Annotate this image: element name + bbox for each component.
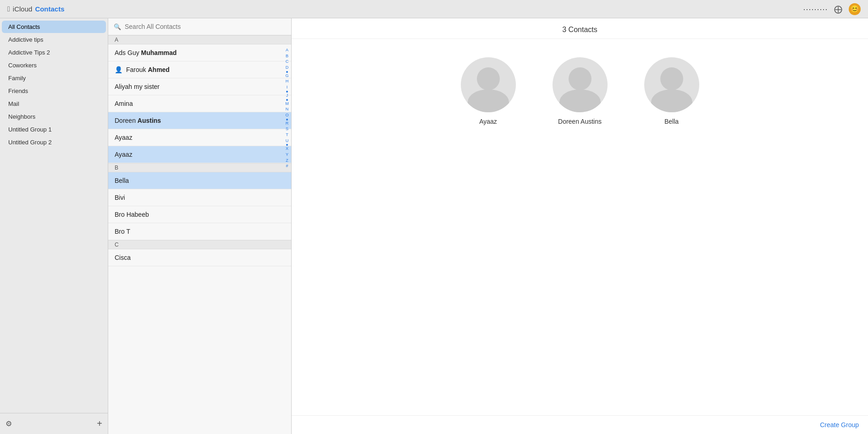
index-dot-4	[286, 119, 288, 121]
sidebar-footer: ⚙ +	[0, 413, 108, 434]
section-header-c: C	[108, 240, 291, 249]
section-header-b: B	[108, 163, 291, 172]
contact-item-farouk-ahmed[interactable]: 👤 Farouk Ahmed	[108, 61, 291, 78]
contact-item-cisca[interactable]: Cisca	[108, 249, 291, 266]
contact-name: Doreen Austins	[115, 117, 161, 124]
add-group-button[interactable]: +	[97, 418, 102, 429]
section-header-a: A	[108, 35, 291, 44]
contact-card-doreen: Doreen Austins	[553, 57, 608, 125]
sidebar-item-neighbors[interactable]: Neighbors	[2, 110, 106, 123]
titlebar-left:  iCloud Contacts	[7, 5, 65, 13]
contacts-scroll: A Ads Guy Muhammad 👤 Farouk Ahmed Aliyah…	[108, 35, 291, 434]
index-h[interactable]: H	[286, 79, 289, 84]
index-s[interactable]: S	[286, 126, 288, 132]
create-group-button[interactable]: Create Group	[820, 421, 859, 429]
search-icon: 🔍	[114, 23, 121, 30]
contact-item-bivi[interactable]: Bivi	[108, 189, 291, 206]
contact-name: Bro Habeeb	[115, 211, 149, 218]
contact-item-doreen-austins[interactable]: Doreen Austins	[108, 112, 291, 129]
contact-name: Ayaaz	[115, 134, 133, 141]
index-i[interactable]: I	[287, 85, 288, 90]
contact-item-bro-t[interactable]: Bro T	[108, 223, 291, 240]
sidebar-item-friends[interactable]: Friends	[2, 85, 106, 97]
sidebar-item-all-contacts[interactable]: All Contacts	[2, 21, 106, 33]
index-dot-3	[286, 99, 288, 101]
index-n[interactable]: N	[286, 107, 289, 112]
index-m[interactable]: M	[285, 101, 289, 107]
index-dot-1	[286, 71, 288, 73]
contact-card-name-doreen: Doreen Austins	[558, 118, 602, 125]
sidebar-list: All Contacts Addictive tips Addictive Ti…	[0, 18, 108, 413]
sidebar-item-addictive-tips[interactable]: Addictive tips	[2, 33, 106, 46]
contact-item-aliyah[interactable]: Aliyah my sister	[108, 78, 291, 95]
contact-item-ads-guy-muhammad[interactable]: Ads Guy Muhammad	[108, 44, 291, 61]
contact-name: Cisca	[115, 254, 131, 261]
index-x[interactable]: X	[286, 146, 288, 152]
index-bar: A B C D G H I J M N O R S T U X Y Z #	[283, 46, 291, 434]
index-y[interactable]: Y	[286, 152, 288, 158]
detail-content: Ayaaz Doreen Austins Bella	[292, 39, 868, 415]
contact-item-bro-habeeb[interactable]: Bro Habeeb	[108, 206, 291, 223]
index-d[interactable]: D	[286, 65, 289, 71]
index-u[interactable]: U	[286, 138, 289, 144]
contact-card-name-bella: Bella	[664, 118, 679, 125]
sidebar-item-addictive-tips-2[interactable]: Addictive Tips 2	[2, 46, 106, 59]
sidebar-item-family[interactable]: Family	[2, 72, 106, 84]
index-r[interactable]: R	[286, 121, 289, 126]
contact-name: Bro T	[115, 228, 130, 235]
contact-item-bella[interactable]: Bella	[108, 172, 291, 189]
person-icon: 👤	[115, 66, 122, 73]
index-dot-2	[286, 91, 288, 93]
sidebar-item-untitled-group-1[interactable]: Untitled Group 1	[2, 123, 106, 136]
contact-avatar-bella	[644, 57, 699, 112]
user-avatar[interactable]: 😊	[849, 3, 861, 15]
contact-item-ayaaz-1[interactable]: Ayaaz	[108, 129, 291, 146]
grid-icon[interactable]: ⋯⋯⋯	[803, 4, 828, 14]
contacts-label: Contacts	[35, 5, 64, 13]
apple-icon: 	[7, 5, 10, 13]
search-bar: 🔍	[108, 18, 291, 35]
detail-footer: Create Group	[292, 415, 868, 434]
index-g[interactable]: G	[285, 73, 288, 79]
index-j[interactable]: J	[286, 93, 288, 99]
contact-item-ayaaz-2[interactable]: Ayaaz	[108, 146, 291, 163]
main-container: All Contacts Addictive tips Addictive Ti…	[0, 18, 868, 434]
titlebar:  iCloud Contacts ⋯⋯⋯ ⨁ 😊	[0, 0, 868, 18]
sidebar-item-coworkers[interactable]: Coworkers	[2, 59, 106, 71]
titlebar-right: ⋯⋯⋯ ⨁ 😊	[803, 3, 861, 15]
index-b[interactable]: B	[286, 54, 288, 59]
contact-name: Farouk Ahmed	[126, 66, 170, 73]
sidebar: All Contacts Addictive tips Addictive Ti…	[0, 18, 108, 434]
contact-name: Amina	[115, 100, 133, 107]
contact-name: Aliyah my sister	[115, 83, 160, 90]
index-z[interactable]: Z	[286, 158, 288, 164]
contact-avatar-ayaaz	[461, 57, 516, 112]
contact-name: Bella	[115, 177, 129, 184]
contact-card-name-ayaaz: Ayaaz	[479, 118, 497, 125]
contact-name: Ayaaz	[115, 151, 133, 158]
index-a[interactable]: A	[286, 48, 288, 53]
index-c[interactable]: C	[286, 59, 289, 65]
plus-circle-icon[interactable]: ⨁	[834, 4, 842, 14]
index-o[interactable]: O	[285, 113, 288, 118]
contact-card-bella: Bella	[644, 57, 699, 125]
contact-item-amina[interactable]: Amina	[108, 95, 291, 112]
icloud-label: iCloud	[13, 5, 33, 13]
sidebar-item-mail[interactable]: Mail	[2, 98, 106, 110]
contact-name: Ads Guy Muhammad	[115, 49, 177, 56]
index-t[interactable]: T	[286, 132, 288, 138]
index-hash[interactable]: #	[286, 164, 288, 169]
detail-panel: 3 Contacts Ayaaz Doreen Austins Bella Cr…	[292, 18, 868, 434]
contact-name: Bivi	[115, 194, 125, 201]
sidebar-item-untitled-group-2[interactable]: Untitled Group 2	[2, 136, 106, 148]
contact-card-ayaaz: Ayaaz	[461, 57, 516, 125]
contact-list-panel: 🔍 A Ads Guy Muhammad 👤 Farouk Ahmed Aliy…	[108, 18, 292, 434]
contact-avatar-doreen	[553, 57, 608, 112]
contacts-count: 3 Contacts	[292, 18, 868, 39]
search-input[interactable]	[125, 23, 286, 30]
index-dot-5	[286, 144, 288, 146]
gear-icon[interactable]: ⚙	[6, 419, 12, 428]
